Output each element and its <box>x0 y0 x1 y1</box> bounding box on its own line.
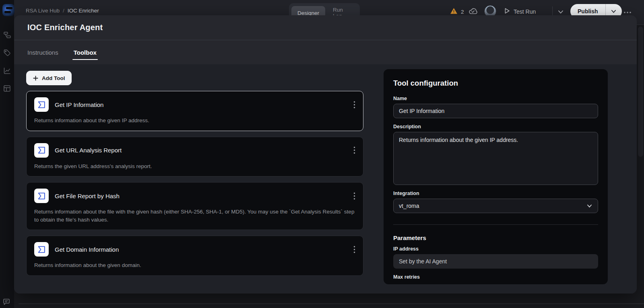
test-run-button[interactable]: Test Run <box>503 7 536 16</box>
ip-address-label: IP address <box>393 246 598 252</box>
sidebar-item-templates[interactable] <box>3 85 11 92</box>
sidebar-item-reports[interactable] <box>3 67 11 74</box>
breadcrumb: RSA Live Hub / IOC Enricher <box>26 8 99 14</box>
transform-step-icon <box>34 242 49 257</box>
chevron-down-icon <box>611 9 617 14</box>
tool-description: Returns information about the given IP a… <box>34 117 355 125</box>
name-label: Name <box>393 96 598 101</box>
logo-glyph <box>6 7 12 9</box>
breadcrumb-team[interactable]: RSA Live Hub <box>26 8 60 14</box>
ellipsis-icon <box>623 8 632 16</box>
sidebar-item-workflows[interactable] <box>3 31 11 39</box>
sidebar-item-tags[interactable] <box>3 49 11 57</box>
tool-card[interactable]: Get URL Analysis Report Returns the give… <box>26 137 363 177</box>
transform-step-icon <box>34 97 49 112</box>
dialog-tabs: Instructions Toolbox <box>14 40 637 64</box>
toolbox-panel: Add Tool Get IP Information Returns info… <box>14 64 637 294</box>
tools-list: Add Tool Get IP Information Returns info… <box>26 71 363 276</box>
add-tool-label: Add Tool <box>42 75 65 81</box>
ip-address-field[interactable]: Set by the AI Agent <box>393 254 598 269</box>
publish-options-button[interactable] <box>606 9 622 14</box>
breadcrumb-separator: / <box>63 8 64 14</box>
parameters-title: Parameters <box>393 234 598 241</box>
warning-triangle-icon <box>450 8 458 16</box>
tool-name: Get IP Information <box>55 101 103 108</box>
integration-select[interactable]: vt_roma <box>393 199 598 213</box>
play-icon <box>503 7 510 16</box>
transform-step-icon <box>34 189 49 203</box>
overflow-menu-button[interactable] <box>623 8 632 16</box>
config-panel-title: Tool configuration <box>393 79 598 88</box>
section-divider <box>393 224 598 225</box>
agent-editor-dialog: IOC Enricher Agent Instructions Toolbox … <box>14 15 637 294</box>
test-run-label: Test Run <box>514 8 536 15</box>
warning-count: 2 <box>461 9 464 15</box>
tool-description: Returns information about the given doma… <box>34 261 355 269</box>
dialog-header: IOC Enricher Agent <box>14 15 637 40</box>
tool-name: Get URL Analysis Report <box>55 147 122 154</box>
tool-configuration-panel: Tool configuration Name Description Retu… <box>384 69 608 284</box>
name-field[interactable] <box>393 104 598 118</box>
logo-glyph <box>4 11 11 13</box>
integration-label: Integration <box>393 191 598 196</box>
description-label: Description <box>393 124 598 129</box>
tool-description: Returns the given URL address's analysis… <box>34 162 355 170</box>
tool-card[interactable]: Get IP Information Returns information a… <box>26 91 363 131</box>
max-retries-label: Max retries <box>393 274 598 280</box>
tab-instructions[interactable]: Instructions <box>27 49 58 56</box>
kebab-menu-icon[interactable] <box>353 101 355 109</box>
tool-name: Get Domain Information <box>55 246 119 253</box>
kebab-menu-icon[interactable] <box>353 246 355 253</box>
integration-value: vt_roma <box>399 203 419 209</box>
dialog-title: IOC Enricher Agent <box>27 23 103 32</box>
kebab-menu-icon[interactable] <box>353 192 355 200</box>
tool-card[interactable]: Get Domain Information Returns informati… <box>26 236 363 276</box>
description-field[interactable]: Returns information about the given IP a… <box>393 132 598 185</box>
tool-description: Returns information about the file with … <box>34 208 355 224</box>
chat-bubble-icon[interactable] <box>3 298 10 306</box>
chevron-down-icon <box>586 204 592 208</box>
page-scrollbar-thumb[interactable] <box>638 27 643 157</box>
page-bottom-divider <box>19 304 644 304</box>
breadcrumb-workflow[interactable]: IOC Enricher <box>68 8 99 14</box>
tool-name: Get File Report by Hash <box>55 193 120 199</box>
add-tool-button[interactable]: Add Tool <box>26 71 72 85</box>
warnings-indicator[interactable]: 2 <box>450 8 464 16</box>
app-logo[interactable] <box>2 4 14 16</box>
kebab-menu-icon[interactable] <box>353 146 355 154</box>
tool-card[interactable]: Get File Report by Hash Returns informat… <box>26 182 363 230</box>
plus-icon <box>33 76 38 81</box>
left-sidebar <box>0 0 14 308</box>
transform-step-icon <box>34 143 49 158</box>
ip-address-value: Set by the AI Agent <box>399 258 447 265</box>
tab-toolbox[interactable]: Toolbox <box>74 49 97 56</box>
publish-button[interactable]: Publish <box>570 8 605 14</box>
